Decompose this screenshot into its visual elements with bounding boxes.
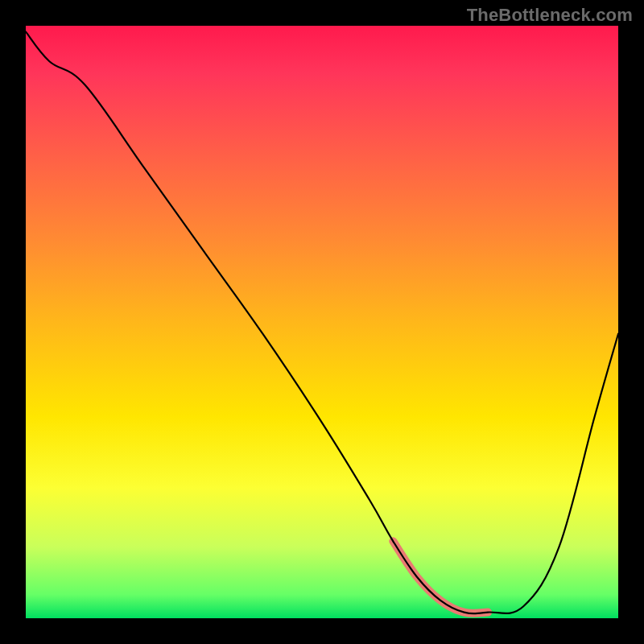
- curve-line: [26, 31, 618, 613]
- curve-svg: [26, 26, 618, 618]
- chart-canvas: TheBottleneck.com: [0, 0, 644, 644]
- watermark-text: TheBottleneck.com: [467, 5, 633, 26]
- plot-area: [26, 26, 618, 618]
- curve-highlight: [393, 541, 488, 613]
